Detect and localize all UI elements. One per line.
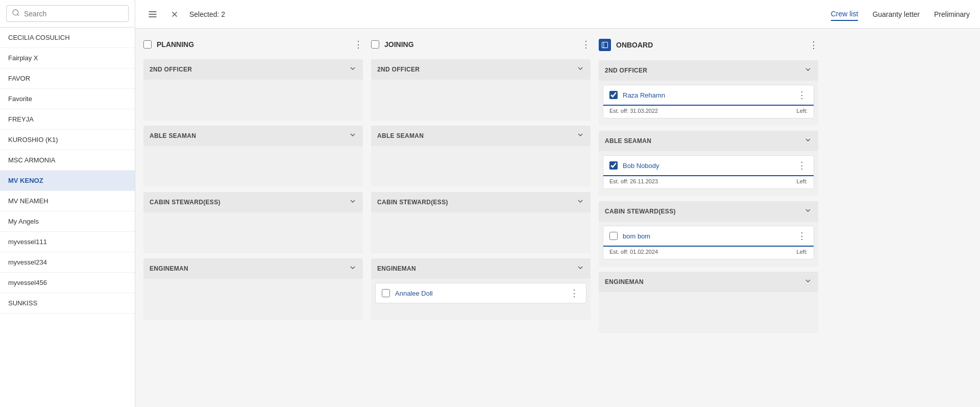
section-title-planning_engineman: ENGINEMAN <box>150 265 349 272</box>
crew-card-bob: Bob Nobody⋮Est. off: 26.11.2023Left: <box>603 155 814 189</box>
section-onboard_engineman: ENGINEMAN <box>599 272 818 333</box>
col-title-onboard: ONBOARD <box>616 41 804 49</box>
section-body-planning_cabin_steward <box>143 212 363 253</box>
crew-card-bottom-raza: Est. off: 31.03.2022Left: <box>603 105 814 118</box>
crew-menu-btn-annalee[interactable]: ⋮ <box>569 289 580 298</box>
crew-name-bom: bom bom <box>623 232 791 240</box>
section-header-onboard_2nd_officer[interactable]: 2ND OFFICER <box>599 60 818 81</box>
crew-left-raza: Left: <box>797 108 807 114</box>
section-joining_engineman: ENGINEMANAnnalee Doll⋮ <box>371 258 591 320</box>
board: PLANNING⋮2ND OFFICERABLE SEAMANCABIN STE… <box>135 29 980 407</box>
crew-card-annalee: Annalee Doll⋮ <box>375 283 586 303</box>
sidebar-item-myvessel111[interactable]: myvessel111 <box>0 232 135 252</box>
sidebar-item-mvneameh[interactable]: MV NEAMEH <box>0 191 135 211</box>
section-planning_2nd_officer: 2ND OFFICER <box>143 59 363 121</box>
col-header-onboard: ONBOARD⋮ <box>599 37 818 55</box>
close-button[interactable] <box>168 8 181 21</box>
sidebar-item-freyja[interactable]: FREYJA <box>0 109 135 130</box>
col-menu-icon-planning[interactable]: ⋮ <box>354 39 363 50</box>
section-header-planning_able_seaman[interactable]: ABLE SEAMAN <box>143 126 363 146</box>
section-body-onboard_cabin_steward: bom bom⋮Est. off: 01.02.2024Left: <box>599 222 818 267</box>
col-title-planning: PLANNING <box>157 40 349 49</box>
section-chevron-planning_able_seaman <box>349 131 357 141</box>
section-title-planning_2nd_officer: 2ND OFFICER <box>150 66 349 73</box>
crew-name-raza: Raza Rehamn <box>623 91 791 99</box>
section-header-onboard_cabin_steward[interactable]: CABIN STEWARD(ESS) <box>599 201 818 222</box>
sidebar-item-fairplay[interactable]: Fairplay X <box>0 48 135 68</box>
section-header-joining_engineman[interactable]: ENGINEMAN <box>371 258 591 279</box>
section-chevron-onboard_engineman <box>804 277 812 287</box>
crew-name-bob: Bob Nobody <box>623 162 791 170</box>
sidebar-item-favor[interactable]: FAVOR <box>0 68 135 89</box>
crew-checkbox-bob[interactable] <box>609 161 618 170</box>
sidebar-item-cecilia[interactable]: CECILIA COSULICH <box>0 28 135 48</box>
crew-checkbox-annalee[interactable] <box>382 289 390 297</box>
vessel-list: CECILIA COSULICHFairplay XFAVORFavoriteF… <box>0 28 135 407</box>
section-chevron-onboard_cabin_steward <box>804 206 812 217</box>
section-chevron-joining_cabin_steward <box>576 197 584 207</box>
sidebar-item-mvkenoz[interactable]: MV KENOZ <box>0 171 135 191</box>
sidebar-item-myvessel234[interactable]: myvessel234 <box>0 252 135 273</box>
svg-point-0 <box>13 10 18 15</box>
crew-checkbox-raza[interactable] <box>609 91 618 99</box>
col-icon-onboard[interactable] <box>599 39 611 51</box>
sidebar-item-sunkiss[interactable]: SUNKISS <box>0 293 135 314</box>
toolbar-right: Crew listGuaranty letterPreliminary <box>831 8 970 21</box>
crew-left-bom: Left: <box>797 249 807 255</box>
search-input[interactable] <box>24 10 123 18</box>
search-bar <box>0 0 135 28</box>
crew-menu-btn-raza[interactable]: ⋮ <box>796 90 807 100</box>
sidebar-item-myangels[interactable]: My Angels <box>0 211 135 232</box>
section-header-joining_able_seaman[interactable]: ABLE SEAMAN <box>371 126 591 146</box>
section-body-joining_2nd_officer <box>371 80 591 121</box>
col-checkbox-joining[interactable] <box>371 40 379 49</box>
crew-card-raza: Raza Rehamn⋮Est. off: 31.03.2022Left: <box>603 85 814 118</box>
sidebar-item-msc[interactable]: MSC ARMONIA <box>0 150 135 171</box>
section-title-planning_able_seaman: ABLE SEAMAN <box>150 132 349 139</box>
svg-line-1 <box>17 14 19 16</box>
crew-card-bom: bom bom⋮Est. off: 01.02.2024Left: <box>603 226 814 259</box>
sidebar-item-favorite[interactable]: Favorite <box>0 89 135 109</box>
section-header-planning_2nd_officer[interactable]: 2ND OFFICER <box>143 59 363 80</box>
crew-name-annalee: Annalee Doll <box>395 290 564 297</box>
nav-crew_list[interactable]: Crew list <box>831 8 859 21</box>
crew-menu-btn-bob[interactable]: ⋮ <box>796 161 807 170</box>
section-body-joining_cabin_steward <box>371 212 591 253</box>
col-menu-icon-joining[interactable]: ⋮ <box>581 39 591 50</box>
section-header-joining_cabin_steward[interactable]: CABIN STEWARD(ESS) <box>371 192 591 212</box>
col-header-planning: PLANNING⋮ <box>143 37 363 54</box>
section-body-planning_2nd_officer <box>143 80 363 121</box>
nav-guaranty[interactable]: Guaranty letter <box>872 8 920 20</box>
section-header-onboard_engineman[interactable]: ENGINEMAN <box>599 272 818 292</box>
crew-left-bob: Left: <box>797 178 807 184</box>
crew-menu-btn-bom[interactable]: ⋮ <box>796 231 807 241</box>
section-header-joining_2nd_officer[interactable]: 2ND OFFICER <box>371 59 591 80</box>
menu-button[interactable] <box>145 7 160 21</box>
section-body-joining_able_seaman <box>371 146 591 187</box>
nav-preliminary[interactable]: Preliminary <box>934 8 970 20</box>
section-body-onboard_2nd_officer: Raza Rehamn⋮Est. off: 31.03.2022Left: <box>599 81 818 126</box>
section-onboard_2nd_officer: 2ND OFFICERRaza Rehamn⋮Est. off: 31.03.2… <box>599 60 818 126</box>
crew-est-off-bom: Est. off: 01.02.2024 <box>609 249 658 255</box>
col-menu-icon-onboard[interactable]: ⋮ <box>809 39 818 51</box>
sidebar-item-kuroshio[interactable]: KUROSHIO (K1) <box>0 130 135 150</box>
section-header-onboard_able_seaman[interactable]: ABLE SEAMAN <box>599 131 818 151</box>
section-header-planning_engineman[interactable]: ENGINEMAN <box>143 258 363 279</box>
section-chevron-planning_2nd_officer <box>349 64 357 75</box>
section-body-planning_able_seaman <box>143 146 363 187</box>
col-header-joining: JOINING⋮ <box>371 37 591 54</box>
crew-checkbox-bom[interactable] <box>609 232 618 240</box>
section-onboard_cabin_steward: CABIN STEWARD(ESS)bom bom⋮Est. off: 01.0… <box>599 201 818 267</box>
crew-est-off-bob: Est. off: 26.11.2023 <box>609 178 658 184</box>
crew-est-off-raza: Est. off: 31.03.2022 <box>609 108 658 114</box>
section-joining_2nd_officer: 2ND OFFICER <box>371 59 591 121</box>
search-icon <box>12 9 20 18</box>
section-header-planning_cabin_steward[interactable]: CABIN STEWARD(ESS) <box>143 192 363 212</box>
crew-card-bottom-bom: Est. off: 01.02.2024Left: <box>603 246 814 259</box>
section-chevron-planning_cabin_steward <box>349 197 357 207</box>
svg-rect-7 <box>602 42 607 47</box>
selected-label: Selected: 2 <box>189 10 225 18</box>
column-planning: PLANNING⋮2ND OFFICERABLE SEAMANCABIN STE… <box>143 37 363 399</box>
col-checkbox-planning[interactable] <box>143 40 152 49</box>
sidebar-item-myvessel456[interactable]: myvessel456 <box>0 273 135 293</box>
